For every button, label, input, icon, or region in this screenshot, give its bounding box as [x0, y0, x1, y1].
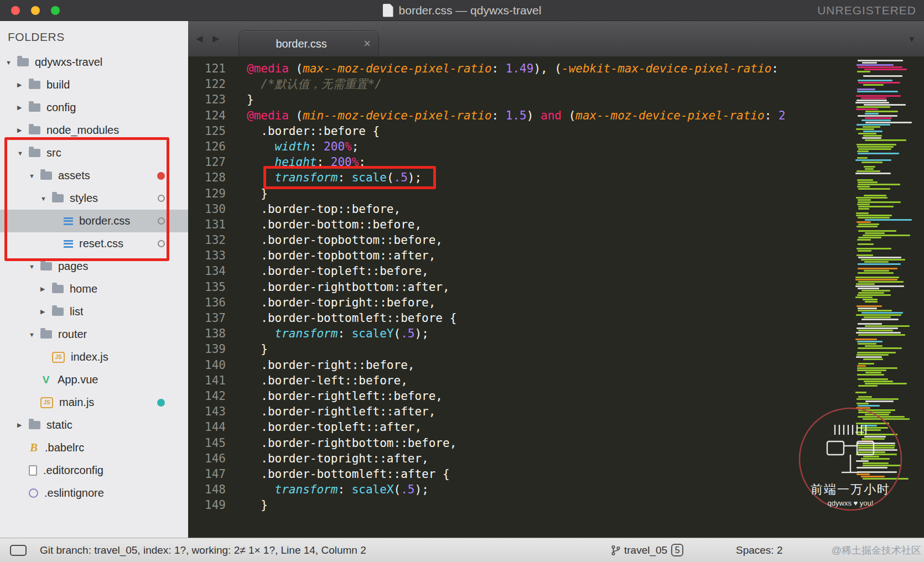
minimap-line — [857, 239, 871, 241]
code-text[interactable]: .border-topbottom::before, — [226, 232, 443, 248]
minimap-line — [857, 71, 870, 72]
minimap-line — [858, 310, 892, 311]
sidebar-item-styles[interactable]: ▼styles — [0, 187, 188, 210]
code-text[interactable]: .border-topleft::after, — [226, 419, 422, 435]
code-text[interactable]: } — [226, 186, 268, 201]
code-text[interactable]: } — [226, 341, 268, 357]
modified-dot-icon — [157, 172, 165, 180]
code-text[interactable]: .border-bottom::before, — [226, 217, 422, 232]
code-text[interactable]: .border-topright::after, — [226, 451, 429, 466]
minimap-line — [856, 314, 901, 316]
sidebar-item-index-js[interactable]: JSindex.js — [0, 346, 188, 368]
sidebar-item-eslintignore[interactable]: .eslintignore — [0, 482, 188, 504]
forward-arrow-icon[interactable]: ▶ — [212, 33, 219, 44]
sidebar-item-src[interactable]: ▼src — [0, 142, 188, 164]
tab-label: border.css — [239, 38, 364, 50]
expanded-arrow-icon[interactable]: ▼ — [6, 59, 17, 66]
code-text[interactable]: width: 200%; — [226, 139, 359, 154]
code-text[interactable]: .border-topleft::before, — [226, 263, 429, 279]
minimap-line — [857, 352, 896, 353]
line-number: 137 — [188, 310, 226, 326]
expanded-arrow-icon[interactable]: ▼ — [17, 150, 29, 157]
sidebar-item-label: build — [46, 79, 70, 91]
line-number: 124 — [188, 108, 226, 123]
code-text[interactable]: .border-left::before, — [226, 373, 408, 388]
code-text[interactable]: @media (max--moz-device-pixel-ratio: 1.4… — [226, 61, 778, 76]
expanded-arrow-icon[interactable]: ▼ — [40, 195, 52, 202]
watermark-subtitle: qdywxs ♥ you! — [828, 499, 874, 507]
minimap-line — [856, 305, 882, 307]
minimap-line — [856, 283, 875, 285]
code-text[interactable]: .border-rightleft::after, — [226, 404, 435, 419]
code-text[interactable]: .border-topbottom::after, — [226, 248, 435, 263]
code-text[interactable]: height: 200%; — [226, 154, 366, 170]
code-text[interactable]: /*默认值，无需重置*/ — [226, 76, 382, 92]
collapsed-arrow-icon[interactable]: ▶ — [40, 285, 52, 293]
status-ring-icon — [158, 195, 165, 202]
sidebar-item-main-js[interactable]: JSmain.js — [0, 391, 188, 414]
sidebar-item-config[interactable]: ▶config — [0, 96, 188, 119]
collapsed-arrow-icon[interactable]: ▶ — [17, 81, 29, 89]
code-text[interactable]: } — [226, 92, 254, 107]
sidebar-item-home[interactable]: ▶home — [0, 278, 188, 300]
back-arrow-icon[interactable]: ◀ — [196, 33, 203, 44]
minimap-line — [857, 370, 886, 371]
code-text[interactable]: .border-top::before, — [226, 201, 401, 217]
code-text[interactable]: .border-bottomleft::before { — [226, 310, 456, 326]
collapsed-arrow-icon[interactable]: ▶ — [40, 308, 52, 315]
sidebar-item-qdywxs-travel[interactable]: ▼qdywxs-travel — [0, 51, 188, 74]
line-number: 129 — [188, 186, 226, 201]
sidebar-item-node-modules[interactable]: ▶node_modules — [0, 119, 188, 142]
staged-dot-icon — [157, 399, 165, 407]
folder-icon — [29, 421, 40, 429]
sidebar-item-build[interactable]: ▶build — [0, 74, 188, 96]
minimap-line — [861, 162, 883, 163]
code-text[interactable]: transform: scaleX(.5); — [226, 482, 429, 497]
sidebar-item-label: static — [46, 419, 72, 431]
sidebar-item-label: border.css — [79, 215, 130, 227]
code-text[interactable]: .border-bottomleft::after { — [226, 466, 450, 482]
code-text[interactable]: .border::before { — [226, 123, 380, 139]
tab-border-css[interactable]: border.css × — [239, 31, 378, 56]
minimap-line — [855, 339, 877, 340]
sidebar-item-babelrc[interactable]: B.babelrc — [0, 436, 188, 459]
minimap-line — [865, 122, 912, 123]
code-text[interactable]: .border-rightleft::before, — [226, 388, 443, 404]
line-number: 140 — [188, 357, 226, 373]
tab-overflow-dropdown-icon[interactable]: ▼ — [907, 34, 916, 44]
expanded-arrow-icon[interactable]: ▼ — [29, 331, 40, 338]
expanded-arrow-icon[interactable]: ▼ — [29, 263, 40, 270]
sidebar-item-assets[interactable]: ▼assets — [0, 164, 188, 187]
code-text[interactable]: .border-rightbottom::after, — [226, 279, 450, 295]
sidebar-item-editorconfig[interactable]: .editorconfig — [0, 459, 188, 482]
spaces-indicator[interactable]: Spaces: 2 — [736, 538, 783, 562]
collapsed-arrow-icon[interactable]: ▶ — [17, 422, 29, 429]
code-text[interactable]: .border-topright::before, — [226, 295, 435, 310]
git-branch-control[interactable]: travel_05 5 — [611, 538, 683, 562]
code-text[interactable]: transform: scale(.5); — [226, 170, 422, 185]
line-number: 147 — [188, 466, 226, 482]
minimap-line — [858, 343, 876, 345]
code-editor[interactable]: 121@media (max--moz-device-pixel-ratio: … — [188, 56, 924, 538]
tab-bar: ◀ ▶ border.css × ▼ — [188, 21, 924, 56]
collapsed-arrow-icon[interactable]: ▶ — [17, 127, 29, 134]
git-branch-badge: 5 — [671, 544, 683, 556]
code-text[interactable]: .border-rightbottom::before, — [226, 435, 456, 451]
expanded-arrow-icon[interactable]: ▼ — [29, 173, 40, 179]
sidebar-item-static[interactable]: ▶static — [0, 414, 188, 436]
sidebar-item-reset-css[interactable]: reset.css — [0, 232, 188, 255]
line-number: 127 — [188, 154, 226, 170]
tab-close-icon[interactable]: × — [364, 38, 371, 50]
sidebar-item-app-vue[interactable]: VApp.vue — [0, 368, 188, 391]
sidebar-item-pages[interactable]: ▼pages — [0, 255, 188, 278]
sidebar-item-label: main.js — [59, 396, 94, 409]
sidebar-item-border-css[interactable]: border.css — [0, 210, 188, 232]
code-text[interactable]: transform: scaleY(.5); — [226, 326, 429, 341]
git-branch-name: travel_05 — [624, 544, 667, 556]
sidebar-item-list[interactable]: ▶list — [0, 300, 188, 323]
code-text[interactable]: } — [226, 497, 268, 513]
collapsed-arrow-icon[interactable]: ▶ — [17, 104, 29, 111]
sidebar-item-router[interactable]: ▼router — [0, 323, 188, 346]
code-text[interactable]: @media (min--moz-device-pixel-ratio: 1.5… — [226, 108, 786, 123]
code-text[interactable]: .border-right::before, — [226, 357, 414, 373]
